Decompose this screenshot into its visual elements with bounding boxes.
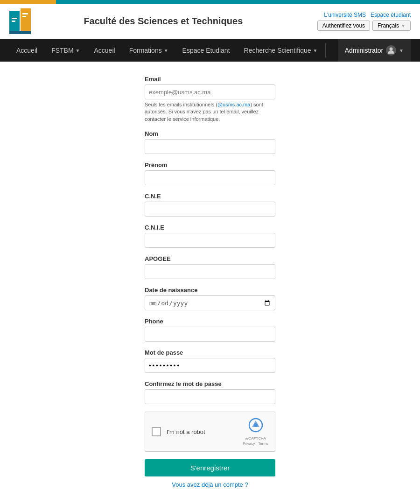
- university-link[interactable]: L'université SMS: [324, 12, 366, 18]
- nav-item-espace-etudiant[interactable]: Espace Etudiant: [175, 39, 237, 62]
- top-bar-teal: [56, 0, 420, 4]
- header-title: Faculté des Sciences et Techniques: [9, 16, 317, 27]
- header-buttons: Authentifiez vous Français ▼: [317, 21, 411, 31]
- confirm-password-input[interactable]: [145, 389, 275, 404]
- cne-input[interactable]: [145, 202, 275, 217]
- password-group: Mot de passe: [145, 349, 275, 373]
- header: Faculté des Sciences et Techniques L'uni…: [0, 4, 420, 39]
- nav-item-recherche[interactable]: Recherche Scientifique ▼: [237, 39, 325, 62]
- nav-item-admin[interactable]: Administrator ▼: [338, 39, 411, 62]
- recaptcha-label: I'm not a robot: [167, 428, 205, 435]
- nom-input[interactable]: [145, 139, 275, 154]
- nom-group: Nom: [145, 130, 275, 154]
- password-input[interactable]: [145, 358, 275, 373]
- header-right: L'université SMS Espace étudiant Authent…: [317, 12, 411, 31]
- nav-item-accueil-2[interactable]: Accueil: [87, 39, 122, 62]
- apogee-label: APOGEE: [145, 255, 275, 262]
- date-naissance-group: Date de naissance: [145, 287, 275, 310]
- recaptcha-icon: [248, 418, 263, 435]
- cnie-input[interactable]: [145, 233, 275, 248]
- nav-item-fstbm[interactable]: FSTBM ▼: [44, 39, 87, 62]
- nav-divider: [325, 43, 326, 57]
- submit-button[interactable]: S'enregistrer: [145, 459, 275, 476]
- nav-item-formations[interactable]: Formations ▼: [122, 39, 175, 62]
- email-hint: Seuls les emails institutionnels (@usms.…: [145, 101, 275, 123]
- auth-button[interactable]: Authentifiez vous: [317, 21, 370, 31]
- registration-form: Email Seuls les emails institutionnels (…: [145, 76, 275, 488]
- confirm-password-label: Confirmez le mot de passe: [145, 380, 275, 387]
- admin-avatar-icon: [386, 45, 396, 56]
- lang-dropdown-arrow: ▼: [401, 23, 406, 28]
- apogee-input[interactable]: [145, 264, 275, 279]
- cne-group: C.N.E: [145, 193, 275, 217]
- confirm-password-group: Confirmez le mot de passe: [145, 380, 275, 404]
- svg-point-7: [390, 48, 393, 51]
- navbar: Accueil FSTBM ▼ Accueil Formations ▼ Esp…: [0, 39, 420, 62]
- email-hint-link[interactable]: @usms.ac.ma: [217, 102, 250, 107]
- recaptcha-box[interactable]: I'm not a robot reCAPTCHA Privacy - Term…: [145, 412, 275, 452]
- prenom-group: Prénom: [145, 161, 275, 185]
- fstbm-dropdown-arrow: ▼: [76, 48, 80, 53]
- nom-label: Nom: [145, 130, 275, 137]
- date-naissance-input[interactable]: [145, 295, 275, 310]
- date-naissance-label: Date de naissance: [145, 287, 275, 294]
- svg-point-9: [254, 423, 258, 427]
- recaptcha-logo: reCAPTCHA Privacy - Terms: [243, 418, 268, 446]
- recherche-dropdown-arrow: ▼: [313, 48, 318, 53]
- admin-dropdown-arrow: ▼: [399, 48, 404, 53]
- lang-button[interactable]: Français ▼: [372, 21, 411, 31]
- cnie-label: C.N.I.E: [145, 224, 275, 231]
- apogee-group: APOGEE: [145, 255, 275, 279]
- nav-item-accueil-1[interactable]: Accueil: [9, 39, 44, 62]
- email-label: Email: [145, 76, 275, 83]
- header-links: L'université SMS Espace étudiant: [324, 12, 411, 18]
- svg-rect-4: [22, 13, 28, 14]
- top-bar-orange: [0, 0, 56, 4]
- phone-input[interactable]: [145, 327, 275, 342]
- recaptcha-brand-text: reCAPTCHA: [245, 436, 266, 441]
- phone-label: Phone: [145, 318, 275, 325]
- svg-rect-6: [9, 31, 31, 34]
- cne-label: C.N.E: [145, 193, 275, 200]
- already-account-link[interactable]: Vous avez déjà un compte ?: [145, 481, 275, 488]
- prenom-label: Prénom: [145, 161, 275, 168]
- recaptcha-left: I'm not a robot: [152, 427, 205, 436]
- email-input[interactable]: [145, 84, 275, 99]
- top-color-bar: [0, 0, 420, 4]
- espace-etudiant-link[interactable]: Espace étudiant: [371, 12, 411, 18]
- recaptcha-privacy-text: Privacy - Terms: [243, 441, 268, 446]
- prenom-input[interactable]: [145, 170, 275, 185]
- password-label: Mot de passe: [145, 349, 275, 356]
- main-content: Email Seuls les emails institutionnels (…: [0, 62, 420, 502]
- formations-dropdown-arrow: ▼: [164, 48, 168, 53]
- recaptcha-checkbox[interactable]: [152, 427, 161, 436]
- cnie-group: C.N.I.E: [145, 224, 275, 248]
- phone-group: Phone: [145, 318, 275, 342]
- email-group: Email Seuls les emails institutionnels (…: [145, 76, 275, 123]
